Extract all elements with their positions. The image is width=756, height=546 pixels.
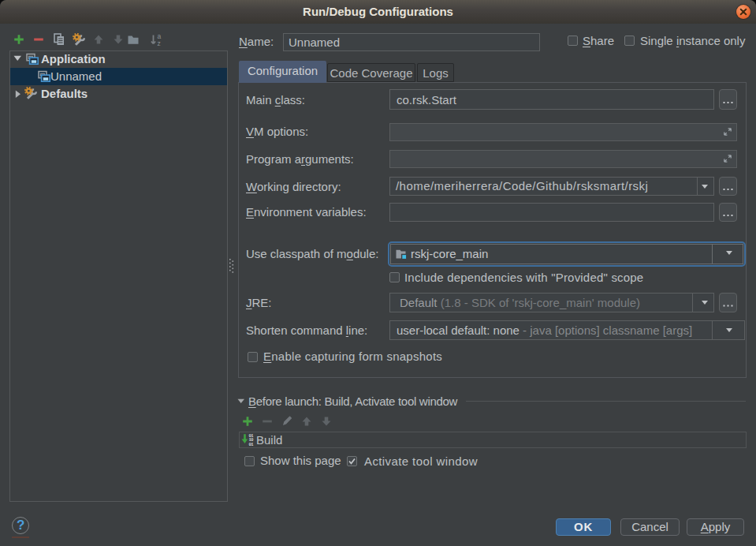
- svg-text:z: z: [158, 39, 161, 47]
- svg-text:01: 01: [249, 443, 254, 446]
